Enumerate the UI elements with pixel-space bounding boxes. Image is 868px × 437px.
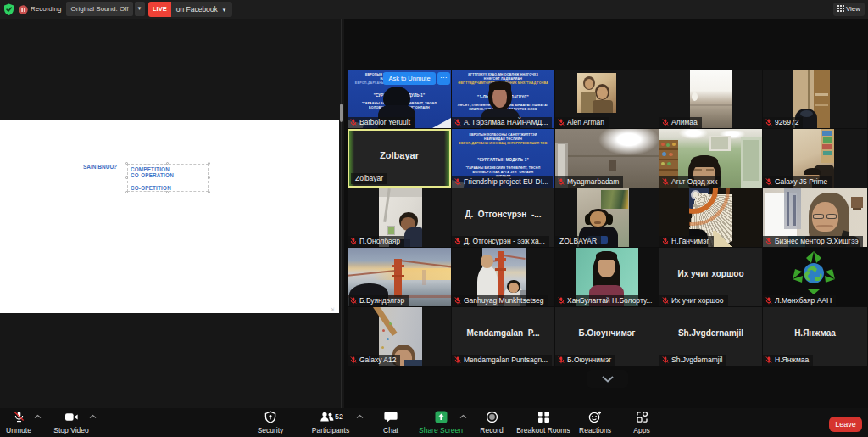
svg-text:52: 52 <box>335 412 343 421</box>
